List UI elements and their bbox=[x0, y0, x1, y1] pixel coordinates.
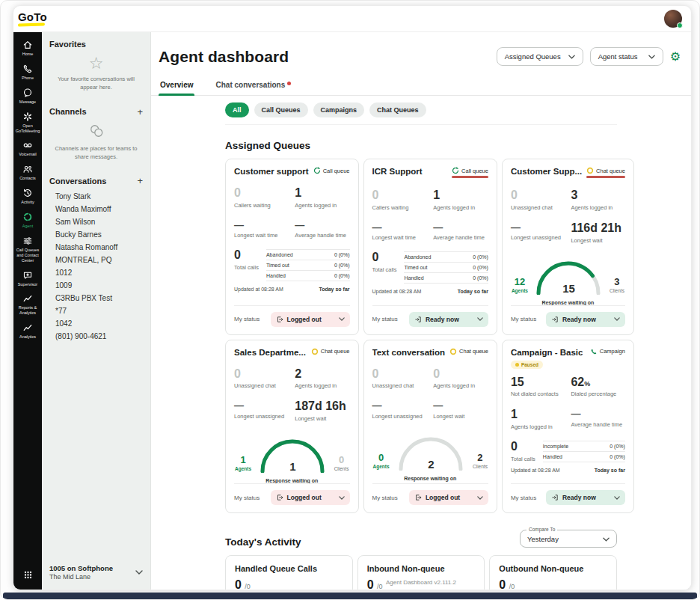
paused-dot-icon bbox=[515, 363, 519, 367]
app-window: GoTo Home Phone Message bbox=[13, 5, 692, 590]
chevron-down-icon bbox=[614, 496, 620, 500]
list-item[interactable]: Wanda Maximoff bbox=[49, 203, 143, 215]
chat-queue-badge: Chat queue bbox=[449, 348, 488, 355]
favorites-title: Favorites bbox=[49, 40, 86, 49]
conversation-list: Tony Stark Wanda Maximoff Sam Wilson Buc… bbox=[49, 190, 143, 343]
total-calls-value: 0 bbox=[234, 249, 259, 262]
response-gauge: 1Agents 1 0Clients bbox=[234, 435, 350, 473]
call-queue-badge: Call queue bbox=[313, 167, 350, 174]
tab-chat-conversations[interactable]: Chat conversations bbox=[214, 76, 292, 95]
add-conversation-button[interactable]: + bbox=[137, 176, 143, 186]
nav-item-voicemail[interactable]: Voicemail bbox=[13, 140, 42, 157]
nav-item-analytics[interactable]: Analytics bbox=[13, 322, 42, 340]
list-item[interactable]: C3RBu PBX Test bbox=[49, 292, 143, 304]
list-item[interactable]: 1042 bbox=[49, 317, 143, 330]
chevron-down-icon bbox=[603, 537, 610, 542]
nav-item-contacts[interactable]: Contacts bbox=[13, 164, 42, 181]
chip-all[interactable]: All bbox=[225, 102, 249, 117]
app-version: Agent Dashboard v2.111.2 bbox=[151, 579, 691, 586]
nav-item-phone[interactable]: Phone bbox=[13, 64, 42, 81]
user-avatar[interactable] bbox=[664, 10, 682, 28]
nav-item-activity[interactable]: Activity bbox=[13, 188, 42, 205]
activity-clock-icon bbox=[22, 188, 33, 198]
tab-overview[interactable]: Overview bbox=[159, 76, 194, 95]
nav-item-dialpad[interactable] bbox=[22, 569, 34, 581]
conversations-section: Conversations + Tony Stark Wanda Maximof… bbox=[42, 168, 150, 557]
my-status-dropdown[interactable]: Logged out bbox=[409, 490, 488, 505]
chevron-down-icon bbox=[568, 55, 575, 59]
star-icon: ☆ bbox=[52, 55, 140, 73]
list-item[interactable]: MONTREAL, PQ bbox=[49, 254, 143, 266]
chat-queue-badge: Chat queue bbox=[586, 167, 625, 174]
my-status-dropdown[interactable]: Logged out bbox=[271, 490, 350, 505]
queue-card-title: Sales Departme... bbox=[234, 348, 306, 357]
agent-status-select[interactable]: Agent status bbox=[590, 47, 663, 66]
my-status-dropdown[interactable]: Ready now bbox=[546, 312, 625, 327]
list-item[interactable]: Natasha Romanoff bbox=[49, 241, 143, 254]
dashboard-content: All Call Queues Campaigns Chat Queues As… bbox=[151, 96, 691, 590]
voicemail-icon bbox=[22, 140, 33, 150]
add-channel-button[interactable]: + bbox=[137, 107, 143, 117]
call-queue-badge: Call queue bbox=[452, 167, 488, 174]
red-underline-annotation bbox=[452, 176, 488, 178]
period-label: Today so far bbox=[319, 287, 349, 292]
logout-icon bbox=[276, 494, 283, 501]
chat-queue-icon bbox=[311, 348, 319, 355]
call-breakdown-table: Abandoned0 (0%) Timed out0 (0%) Handled0… bbox=[404, 251, 488, 284]
my-status-dropdown[interactable]: Ready now bbox=[409, 312, 488, 327]
phone-icon bbox=[22, 64, 33, 74]
chip-campaigns[interactable]: Campaigns bbox=[313, 102, 365, 117]
my-status-dropdown[interactable]: Ready now bbox=[546, 490, 625, 505]
chevron-down-icon bbox=[648, 55, 655, 59]
nav-item-reports-analytics[interactable]: Reports & Analytics bbox=[13, 293, 42, 316]
nav-item-open-gotomeeting[interactable]: Open GoToMeeting bbox=[13, 111, 42, 134]
list-item[interactable]: Sam Wilson bbox=[49, 215, 143, 228]
campaign-badge: Campaign bbox=[590, 348, 625, 355]
call-breakdown-table: Incomplete0 (0%) Handled0 (0%) bbox=[543, 441, 625, 462]
my-status-dropdown[interactable]: Logged out bbox=[271, 312, 350, 327]
assigned-queues-select[interactable]: Assigned Queues bbox=[497, 47, 583, 66]
list-item[interactable]: Bucky Barnes bbox=[49, 228, 143, 241]
goto-logo[interactable]: GoTo bbox=[18, 11, 47, 26]
main-content: Agent dashboard Assigned Queues Agent st… bbox=[151, 32, 691, 590]
compare-to-select[interactable]: Compare To Yesterday bbox=[520, 530, 617, 548]
chevron-down-icon bbox=[135, 570, 143, 575]
list-item[interactable]: (801) 900-4621 bbox=[49, 330, 143, 343]
queue-card-sales-department: Sales Departme... Chat queue bbox=[225, 340, 359, 514]
nav-item-home[interactable]: Home bbox=[13, 40, 42, 57]
red-underline-annotation bbox=[586, 176, 625, 178]
device-line: The Mid Lane bbox=[49, 573, 113, 581]
channels-section: Channels + Channels are places for teams… bbox=[42, 100, 150, 169]
nav-item-agent[interactable]: Agent bbox=[13, 212, 42, 229]
nav-item-call-queues-contact-center[interactable]: Call Queues and Contact Center bbox=[13, 236, 42, 263]
favorites-section: Favorites ☆ Your favorite conversations … bbox=[42, 32, 150, 100]
list-item[interactable]: 1009 bbox=[49, 279, 143, 292]
list-item[interactable]: Tony Stark bbox=[49, 190, 143, 203]
chat-queue-icon bbox=[449, 348, 457, 355]
paused-badge: Paused bbox=[511, 361, 543, 369]
list-item[interactable]: 1012 bbox=[49, 266, 143, 279]
call-queue-icon bbox=[313, 167, 321, 174]
login-icon bbox=[414, 316, 422, 323]
queue-card-icr-support: ICR Support Call queue bbox=[363, 159, 497, 335]
nav-item-supervisor[interactable]: Supervisor bbox=[13, 270, 42, 287]
nav-item-message[interactable]: Message bbox=[13, 88, 42, 105]
compare-to-label: Compare To bbox=[526, 527, 557, 532]
conversations-sidebar: Favorites ☆ Your favorite conversations … bbox=[42, 32, 151, 590]
chip-call-queues[interactable]: Call Queues bbox=[254, 102, 308, 117]
logout-icon bbox=[414, 494, 422, 501]
device-selector[interactable]: 1005 on Softphone The Mid Lane bbox=[42, 557, 150, 590]
page: GoTo Home Phone Message bbox=[0, 0, 700, 600]
channels-title: Channels bbox=[49, 107, 87, 116]
dialpad-icon bbox=[22, 569, 34, 581]
supervisor-icon bbox=[22, 270, 33, 281]
queue-type-filter: All Call Queues Campaigns Chat Queues bbox=[225, 102, 617, 125]
channels-icon bbox=[52, 123, 140, 142]
queue-card-campaign-basic: Campaign - Basic Campaign bbox=[502, 340, 634, 514]
settings-gear-icon[interactable]: ⚙ bbox=[670, 51, 681, 63]
agent-icon bbox=[22, 212, 33, 222]
updated-at: Updated at 08:28 AM bbox=[234, 287, 283, 292]
list-item[interactable]: *77 bbox=[49, 304, 143, 317]
chat-queue-badge: Chat queue bbox=[311, 348, 350, 355]
chip-chat-queues[interactable]: Chat Queues bbox=[369, 102, 426, 117]
